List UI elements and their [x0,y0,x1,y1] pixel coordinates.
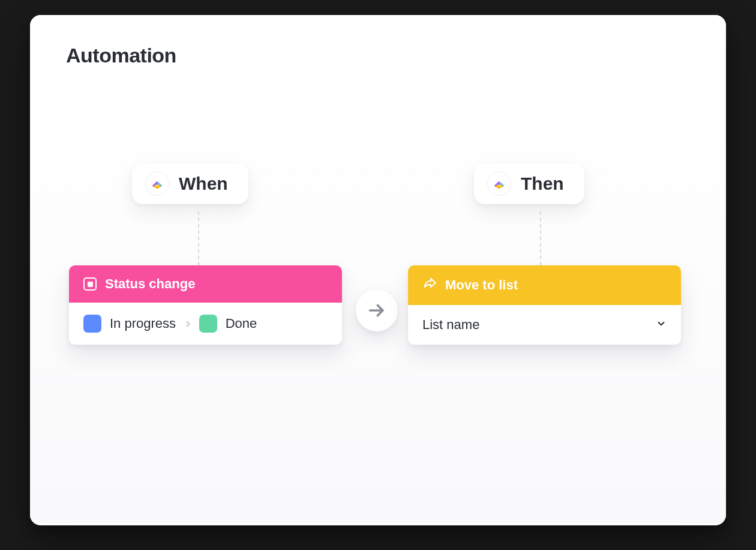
trigger-card[interactable]: Status change In progress ›› Done [69,265,342,345]
when-label: When [179,174,228,194]
list-select-placeholder: List name [422,317,479,333]
then-label: Then [521,174,564,194]
arrow-right-icon [367,300,387,321]
flow-arrow [356,289,398,331]
to-status-label: Done [226,316,257,331]
action-card[interactable]: Move to list List name [408,265,681,345]
status-change-icon [83,277,97,291]
clickup-logo-icon [145,172,169,196]
action-body: List name [408,305,681,345]
trigger-label: Status change [105,276,195,292]
clickup-logo-icon [487,172,511,196]
transition-arrow-icon: ›› [184,316,191,331]
status-color-swatch [199,315,217,333]
then-pill[interactable]: Then [474,163,584,204]
panel-header: Automation [30,15,726,85]
connector-line [198,211,199,265]
trigger-body: In progress ›› Done [69,303,342,345]
page-title: Automation [66,44,690,67]
action-header[interactable]: Move to list [408,265,681,305]
connector-line [540,211,541,265]
chevron-down-icon [656,317,667,333]
automation-panel: Automation When [30,15,726,525]
list-select-dropdown[interactable]: List name [422,317,667,333]
from-status-label: In progress [110,316,176,331]
action-label: Move to list [445,277,518,293]
trigger-header[interactable]: Status change [69,265,342,303]
status-color-swatch [83,315,101,333]
when-pill[interactable]: When [132,163,248,204]
share-arrow-icon [422,276,437,294]
automation-canvas: When Then Status change [30,85,726,524]
